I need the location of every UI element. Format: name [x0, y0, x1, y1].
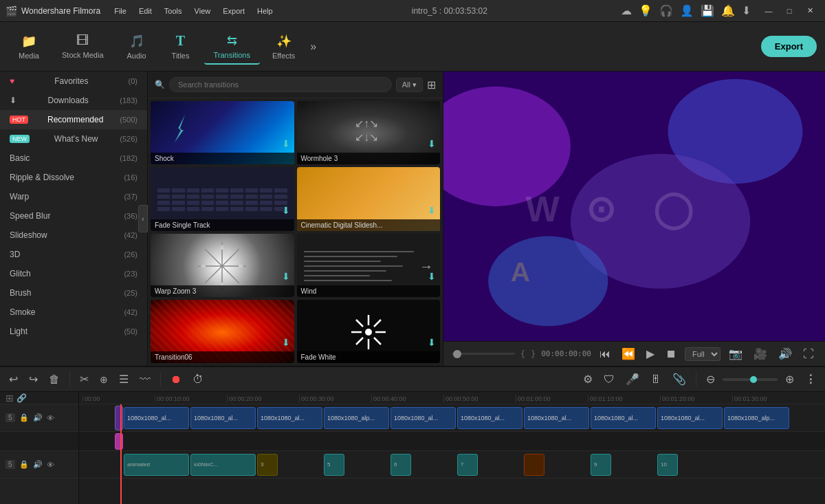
zoom-slider[interactable] — [723, 378, 778, 381]
sidebar-item-downloads[interactable]: ⬇ Downloads (183) — [0, 91, 147, 110]
lock-icon[interactable]: 🔒 — [19, 413, 29, 422]
transition-item-fade-single[interactable]: ⬇ Fade Single Track — [151, 167, 294, 230]
sidebar-item-brush[interactable]: Brush (25) — [0, 283, 147, 303]
bulb-icon[interactable]: 💡 — [639, 4, 652, 17]
tool-media[interactable]: 📁 Media — [8, 30, 50, 64]
mic-icon[interactable]: 🎤 — [622, 371, 643, 388]
save-icon[interactable]: 💾 — [701, 4, 714, 17]
tool-effects[interactable]: ✨ Effects — [263, 30, 305, 64]
video-clip-7[interactable]: 1080x1080_al... — [524, 407, 589, 429]
filter-button[interactable]: All ▾ — [396, 78, 423, 92]
video-clip-9[interactable]: 1080x1080_al... — [657, 407, 723, 429]
sub-clip[interactable] — [115, 433, 123, 450]
quality-select[interactable]: Full 1/2 1/4 — [685, 347, 720, 361]
toolbar-expand-button[interactable]: » — [310, 41, 316, 53]
sidebar-item-ripple[interactable]: Ripple & Dissolve (16) — [0, 168, 147, 187]
sidebar-item-slideshow[interactable]: Slideshow (42) — [0, 226, 147, 245]
wave-button[interactable]: 〰 — [136, 371, 154, 388]
prev-frame-button[interactable]: ⏪ — [619, 346, 638, 362]
audio-clip-5[interactable]: 6 — [390, 454, 411, 476]
audio-clip-9[interactable]: 10 — [657, 454, 678, 476]
link-button[interactable]: 🔗 — [16, 393, 27, 403]
audio-clip-7[interactable] — [524, 454, 544, 476]
equalizer-button[interactable]: ☰ — [116, 371, 132, 388]
sidebar-item-recommended[interactable]: HOT Recommended (500) — [0, 110, 147, 129]
video-clip-2[interactable]: 1080x1080_al... — [190, 407, 256, 429]
minimize-button[interactable]: — — [759, 3, 778, 19]
video-clip-5[interactable]: 1080x1080_al... — [390, 407, 456, 429]
record-button[interactable]: ⏺ — [167, 371, 185, 388]
tool-stock-media[interactable]: 🎞 Stock Media — [52, 30, 113, 63]
zoom-in-icon[interactable]: ⊕ — [782, 371, 798, 388]
settings-icon[interactable]: ⚙ — [580, 371, 596, 388]
audio-lock-icon[interactable]: 🔒 — [19, 460, 29, 469]
audio-clip-3[interactable]: 3 — [257, 454, 278, 476]
more-options-icon[interactable]: ⋮ — [802, 371, 820, 388]
tool-transitions[interactable]: ⇆ Transitions — [204, 29, 260, 65]
redo-button[interactable]: ↪ — [25, 371, 41, 388]
notification-icon[interactable]: 🔔 — [721, 4, 735, 17]
menu-file[interactable]: File — [109, 4, 132, 18]
sidebar-item-basic[interactable]: Basic (182) — [0, 149, 147, 168]
transition-item-shock[interactable]: ⬇ Shock — [151, 101, 294, 164]
video-clip-10[interactable]: 1080x1080_alp... — [724, 407, 789, 429]
menu-view[interactable]: View — [189, 4, 217, 18]
clip-transition-marker[interactable] — [115, 406, 123, 430]
cloud-icon[interactable]: ☁ — [621, 4, 632, 17]
sidebar-item-warp[interactable]: Warp (37) — [0, 187, 147, 206]
audio-clip-8[interactable]: 9 — [591, 454, 611, 476]
menu-edit[interactable]: Edit — [133, 4, 157, 18]
cut-button[interactable]: ✂ — [76, 371, 92, 388]
sidebar-item-light[interactable]: Light (50) — [0, 322, 147, 341]
audio-mute-button[interactable]: 🔊 — [33, 460, 43, 469]
transition-item-transition06[interactable]: ⬇ Transition06 — [151, 300, 294, 363]
menu-help[interactable]: Help — [252, 4, 278, 18]
download-icon[interactable]: ⬇ — [742, 4, 751, 17]
tool-titles[interactable]: T Titles — [160, 29, 201, 64]
video-clip-3[interactable]: 1080x1080_al... — [257, 407, 322, 429]
preview-progress-bar[interactable] — [452, 353, 515, 355]
delete-button[interactable]: 🗑 — [45, 371, 63, 388]
maximize-button[interactable]: □ — [780, 3, 799, 19]
zoom-out-icon[interactable]: ⊖ — [703, 371, 718, 388]
video-clip-1[interactable]: 1080x1080_al... — [124, 407, 189, 429]
sidebar-item-speed-blur[interactable]: Speed Blur (36) — [0, 206, 147, 226]
camera-button[interactable]: 🎥 — [751, 346, 770, 362]
visibility-icon[interactable]: 👁 — [47, 414, 54, 422]
transition-item-warp-zoom[interactable]: ⬇ Warp Zoom 3 — [151, 234, 294, 297]
sidebar-item-whats-new[interactable]: NEW What's New (526) — [0, 129, 147, 149]
sidebar-item-glitch[interactable]: Glitch (23) — [0, 264, 147, 283]
video-clip-8[interactable]: 1080x1080_al... — [591, 407, 656, 429]
video-clip-4[interactable]: 1080x1080_alp... — [324, 407, 389, 429]
collapse-panel-button[interactable]: ‹ — [138, 205, 148, 232]
transition-item-cinematic[interactable]: ⬇ Cinematic Digital Slidesh... — [297, 167, 441, 230]
close-button[interactable]: ✕ — [800, 3, 820, 19]
magnet-button[interactable]: ⊕ — [96, 372, 111, 387]
audio-visibility-icon[interactable]: 👁 — [47, 461, 54, 469]
search-input[interactable] — [169, 77, 392, 92]
transition-item-fade-white[interactable]: ⬇ Fade White — [297, 300, 441, 363]
stop-button[interactable]: ⏹ — [663, 347, 679, 362]
shield-icon[interactable]: 🛡 — [600, 371, 618, 388]
menu-tools[interactable]: Tools — [159, 4, 188, 18]
transition-item-wind[interactable]: → ⬇ Wind — [297, 234, 441, 297]
volume-button[interactable]: 🔊 — [776, 346, 795, 362]
play-button[interactable]: ▶ — [644, 346, 657, 362]
fullscreen-button[interactable]: ⛶ — [800, 347, 817, 362]
tool-audio[interactable]: 🎵 Audio — [116, 30, 157, 64]
audio-clip-6[interactable]: 7 — [457, 454, 478, 476]
add-track-button[interactable]: ⊞ — [6, 393, 14, 404]
export-button[interactable]: Export — [761, 36, 817, 57]
account-icon[interactable]: 👤 — [680, 4, 694, 17]
transition-item-wormhole3[interactable]: ↙↑↘ ↙↓↘ ⬇ Wormhole 3 — [297, 101, 441, 164]
screenshot-button[interactable]: 📷 — [726, 346, 745, 362]
clip-icon[interactable]: 📎 — [669, 371, 690, 388]
sidebar-item-smoke[interactable]: Smoke (42) — [0, 303, 147, 322]
audio-mute-icon[interactable]: 🔊 — [33, 413, 43, 422]
rewind-button[interactable]: ⏮ — [597, 347, 613, 362]
undo-button[interactable]: ↩ — [6, 371, 21, 388]
grid-view-button[interactable]: ⊞ — [427, 78, 436, 91]
timer-button[interactable]: ⏱ — [189, 371, 207, 388]
video-clip-6[interactable]: 1080x1080_al... — [457, 407, 522, 429]
menu-export[interactable]: Export — [217, 4, 250, 18]
